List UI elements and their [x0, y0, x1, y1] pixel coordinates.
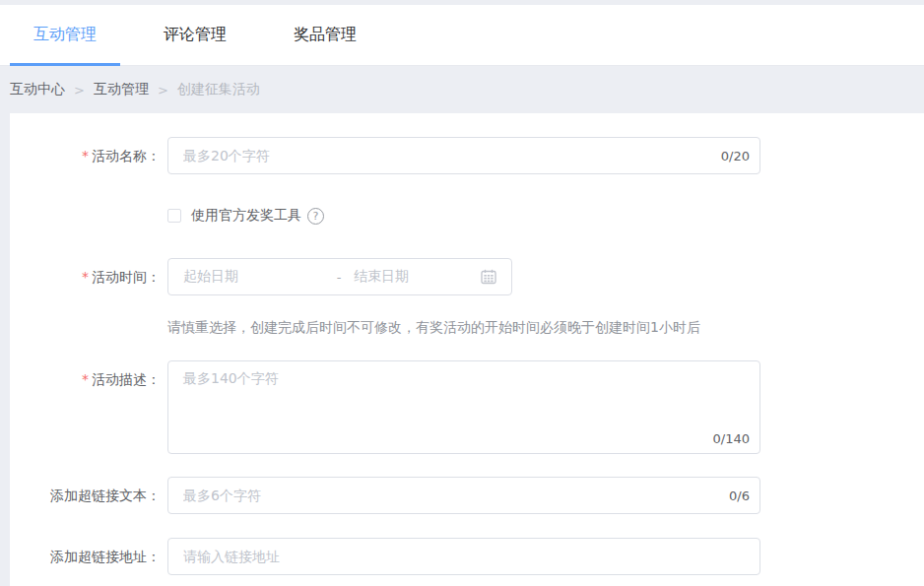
calendar-icon: [481, 269, 496, 285]
activity-time-control: 起始日期 - 结束日期: [167, 258, 512, 295]
activity-time-label: *活动时间：: [10, 258, 161, 295]
tab-interaction-management[interactable]: 互动管理: [10, 5, 120, 65]
date-range-picker[interactable]: 起始日期 - 结束日期: [167, 258, 512, 295]
required-asterisk: *: [82, 269, 89, 285]
activity-time-row: *活动时间： 起始日期 - 结束日期: [10, 258, 924, 295]
tab-comment-management[interactable]: 评论管理: [140, 5, 250, 65]
date-range-separator: -: [324, 270, 354, 285]
tab-bar: 互动管理 评论管理 奖品管理: [0, 5, 924, 66]
link-url-row: 添加超链接地址：: [10, 538, 924, 575]
official-tool-checkbox[interactable]: [167, 209, 181, 223]
create-activity-form: *活动名称： 0/20 使用官方发奖工具 ? *活动时间： 起始日期 - 结束日…: [10, 113, 924, 586]
tab-label: 奖品管理: [294, 25, 357, 45]
activity-desc-row: *活动描述： 0/140: [10, 360, 924, 454]
tab-prize-management[interactable]: 奖品管理: [270, 5, 380, 65]
end-date-placeholder: 结束日期: [354, 268, 481, 286]
link-text-label: 添加超链接文本：: [10, 477, 161, 514]
breadcrumb-separator-icon: >: [74, 83, 85, 98]
activity-name-label: *活动名称：: [10, 137, 161, 174]
required-asterisk: *: [82, 148, 89, 163]
required-asterisk: *: [82, 371, 89, 387]
tab-label: 互动管理: [33, 25, 97, 45]
activity-desc-textarea[interactable]: [167, 360, 760, 454]
link-text-input[interactable]: [167, 477, 760, 514]
question-circle-icon[interactable]: ?: [307, 208, 324, 225]
link-text-control: 0/6: [167, 477, 760, 514]
tab-label: 评论管理: [164, 25, 227, 45]
time-hint-text: 请慎重选择，创建完成后时间不可修改，有奖活动的开始时间必须晚于创建时间1小时后: [10, 319, 924, 337]
activity-name-control: 0/20: [167, 137, 760, 174]
breadcrumb-item-create-activity: 创建征集活动: [177, 81, 260, 98]
activity-desc-label: *活动描述：: [10, 360, 161, 398]
activity-desc-control: 0/140: [167, 360, 760, 454]
link-url-control: [167, 538, 760, 575]
breadcrumb-separator-icon: >: [158, 83, 168, 98]
breadcrumb: 互动中心 > 互动管理 > 创建征集活动: [0, 66, 924, 113]
start-date-placeholder: 起始日期: [183, 268, 324, 286]
link-text-row: 添加超链接文本： 0/6: [10, 477, 924, 514]
activity-name-input[interactable]: [167, 137, 760, 174]
link-url-label: 添加超链接地址：: [10, 538, 161, 575]
breadcrumb-item-interaction-management[interactable]: 互动管理: [94, 81, 149, 98]
breadcrumb-item-interaction-center[interactable]: 互动中心: [10, 81, 65, 98]
official-tool-label[interactable]: 使用官方发奖工具: [191, 207, 301, 225]
official-tool-row: 使用官方发奖工具 ?: [10, 207, 924, 225]
link-url-input[interactable]: [167, 538, 760, 575]
activity-name-row: *活动名称： 0/20: [10, 137, 924, 174]
